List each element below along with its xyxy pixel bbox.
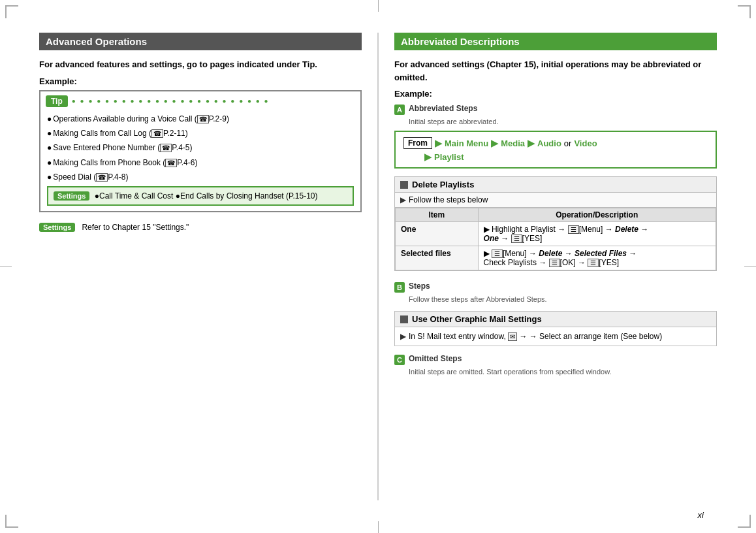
delete-bold-1: Delete <box>615 225 638 234</box>
left-section-header: Advanced Operations <box>39 33 362 50</box>
delete-header-text: Delete Playlists <box>412 180 474 189</box>
omitted-subtitle: Initial steps are omitted. Start operati… <box>409 368 717 376</box>
graphic-mail-box: Use Other Graphic Mail Settings ▶ In S! … <box>394 311 717 346</box>
graphic-square-icon <box>400 315 408 323</box>
corner-mark-tr <box>738 5 751 18</box>
right-intro: For advanced settings (Chapter 15), init… <box>394 58 717 84</box>
graphic-header: Use Other Graphic Mail Settings <box>395 312 716 327</box>
col-operation: Operation/Description <box>478 208 716 222</box>
delete-header: Delete Playlists <box>395 177 716 193</box>
left-header-text: Advanced Operations <box>46 36 147 47</box>
item-table: Item Operation/Description One ▶ Highlig… <box>395 208 716 270</box>
settings-ref-text: Refer to Chapter 15 "Settings." <box>82 223 189 232</box>
follow-steps-text: Follow the steps below <box>409 195 488 204</box>
table-row: Selected files ▶ ☰[Menu] → Delete → Sele… <box>396 246 716 270</box>
badge-a: A <box>394 105 405 115</box>
mail-icon: ✉ <box>508 332 517 341</box>
flow-row: From ▶ Main Menu ▶ Media ▶ Audio or Vide… <box>403 137 708 149</box>
menu-kbd-1: ☰ <box>568 225 579 234</box>
delete-bold-2: Delete <box>539 249 562 258</box>
crosshair-top <box>378 0 379 12</box>
right-section-header: Abbreviated Descriptions <box>394 33 717 50</box>
abbr-steps-title: Abbreviated Steps <box>409 104 477 113</box>
right-column: Abbreviated Descriptions For advanced se… <box>394 33 717 500</box>
graphic-content: ▶ In S! Mail text entry window, ✉ → → Se… <box>395 327 716 346</box>
graphic-arrow: ▶ <box>400 331 406 342</box>
flow-playlist: Playlist <box>434 152 464 162</box>
table-header-row: Item Operation/Description <box>396 208 716 222</box>
follow-arrow: ▶ <box>400 195 406 204</box>
corner-mark-br <box>738 515 751 528</box>
crosshair-right <box>744 266 756 267</box>
flow-video: Video <box>574 138 597 148</box>
col-item: Item <box>396 208 479 222</box>
one-bold: One <box>484 234 499 243</box>
steps-title: Steps <box>409 282 430 291</box>
flow-box: From ▶ Main Menu ▶ Media ▶ Audio or Vide… <box>394 131 717 169</box>
page-number: xi <box>698 510 704 520</box>
tip-content: Operations Available during a Voice Call… <box>40 110 360 212</box>
table-row: One ▶ Highlight a Playlist → ☰[Menu] → D… <box>396 222 716 246</box>
settings-badge-ref: Settings <box>39 223 75 232</box>
omitted-title: Omitted Steps <box>409 354 462 363</box>
right-example-label: Example: <box>394 89 717 99</box>
settings-badge-inner: Settings <box>54 191 89 201</box>
omitted-label: C Omitted Steps <box>394 354 717 365</box>
settings-ref: Settings Refer to Chapter 15 "Settings." <box>39 223 362 232</box>
row-one-desc: ▶ Highlight a Playlist → ☰[Menu] → Delet… <box>478 222 716 246</box>
flow-main-menu: Main Menu <box>445 138 488 148</box>
flow-or: or <box>564 138 572 148</box>
column-divider <box>377 33 379 500</box>
badge-b: B <box>394 282 405 293</box>
left-column: Advanced Operations For advanced feature… <box>39 33 362 500</box>
tip-item-2: Making Calls from Call Log (☎P.2-11) <box>47 127 354 140</box>
ok-kbd: ☰ <box>549 259 560 267</box>
crosshair-bottom <box>378 521 379 533</box>
delete-square-icon <box>400 181 408 189</box>
flow-from: From <box>403 137 432 149</box>
row-selected-item: Selected files <box>396 246 479 270</box>
tip-item-5: Speed Dial (☎P.4-8) <box>47 170 354 184</box>
yes-kbd-2: ☰ <box>588 259 599 267</box>
flow-audio-video: Audio <box>537 138 561 148</box>
follow-steps-row: ▶ Follow the steps below <box>395 193 716 208</box>
corner-mark-bl <box>5 515 18 528</box>
tip-dots: ● ● ● ● ● ● ● ● ● ● ● ● ● ● ● ● ● ● ● ● … <box>72 97 355 105</box>
row-one-item: One <box>396 222 479 246</box>
flow-arrow-1: ▶ <box>435 138 442 148</box>
crosshair-left <box>0 266 12 267</box>
badge-c: C <box>394 355 405 365</box>
delete-section: Delete Playlists ▶ Follow the steps belo… <box>394 176 717 271</box>
settings-row: Settings ●Call Time & Call Cost ●End Cal… <box>47 186 354 206</box>
flow-row-2: ▶ Playlist <box>403 152 708 162</box>
tip-item-3: Save Entered Phone Number (☎P.4-5) <box>47 141 354 154</box>
menu-kbd-2: ☰ <box>492 250 503 258</box>
steps-label: B Steps <box>394 282 717 293</box>
flow-arrow-3: ▶ <box>528 138 535 148</box>
row-selected-desc: ▶ ☰[Menu] → Delete → Selected Files → Ch… <box>478 246 716 270</box>
graphic-header-text: Use Other Graphic Mail Settings <box>412 314 542 324</box>
tip-header: Tip ● ● ● ● ● ● ● ● ● ● ● ● ● ● ● ● ● ● … <box>40 91 360 110</box>
page-content: Advanced Operations For advanced feature… <box>39 33 717 500</box>
selected-bold: Selected Files <box>575 249 627 258</box>
tip-item-4: Making Calls from Phone Book (☎P.4-6) <box>47 156 354 169</box>
flow-arrow-2: ▶ <box>491 138 498 148</box>
flow-arrow-4: ▶ <box>424 152 432 162</box>
tip-box: Tip ● ● ● ● ● ● ● ● ● ● ● ● ● ● ● ● ● ● … <box>39 90 362 213</box>
corner-mark-tl <box>5 5 18 18</box>
flow-media: Media <box>501 138 525 148</box>
yes-kbd-1: ☰ <box>511 234 522 243</box>
left-example-label: Example: <box>39 76 362 86</box>
left-intro: For advanced features and settings, go t… <box>39 58 362 71</box>
graphic-text: In S! Mail text entry window, ✉ → → Sele… <box>409 331 662 342</box>
tip-item-1: Operations Available during a Voice Call… <box>47 112 354 125</box>
right-header-text: Abbreviated Descriptions <box>401 36 520 47</box>
abbr-steps-subtitle: Initial steps are abbreviated. <box>409 118 717 125</box>
tip-badge: Tip <box>46 95 68 107</box>
steps-subtitle: Follow these steps after Abbreviated Ste… <box>409 295 717 303</box>
abbr-steps-label: A Abbreviated Steps <box>394 104 717 115</box>
